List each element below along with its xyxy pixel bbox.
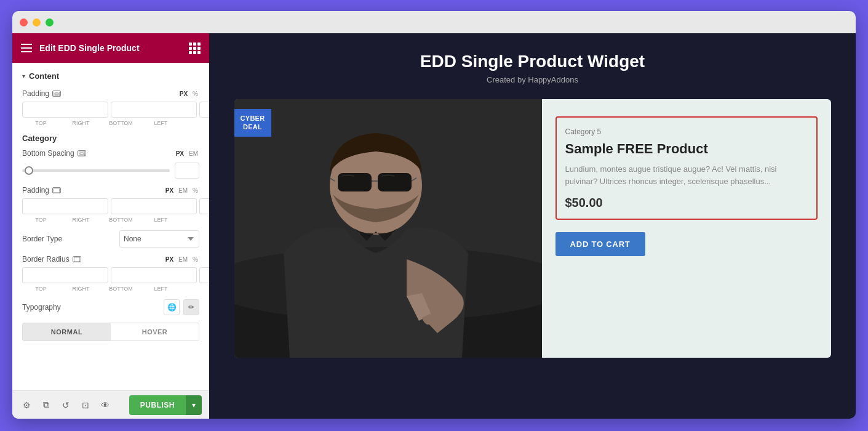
padding-field-row: Padding PX % [22,89,199,98]
tab-hover[interactable]: HOVER [111,323,199,340]
typography-edit-icon[interactable]: ✏ [183,299,199,315]
border-radius-labels: TOP RIGHT BOTTOM LEFT [22,286,199,292]
border-radius-bottom-input[interactable] [199,267,209,283]
bottom-spacing-label: Bottom Spacing [22,149,86,158]
tab-normal[interactable]: NORMAL [23,323,111,340]
padding2-field-row: Padding PX EM % [22,186,199,195]
product-price: $50.00 [565,196,808,210]
typography-row: Typography 🌐 ✏ [22,299,199,315]
border-radius-unit-em[interactable]: EM [177,256,189,264]
padding2-label: Padding [22,186,61,195]
product-image-area: CYBER DEAL [234,99,542,358]
section-collapse-arrow[interactable]: ▾ [22,73,25,79]
product-info: Category 5 Sample FREE Product Lundium, … [542,99,831,358]
border-radius-top-input[interactable] [22,267,108,283]
padding2-unit-em[interactable]: EM [177,187,189,195]
dot-minimize[interactable] [33,18,41,26]
app-window: Edit EDD Single Product ▾ Content [12,11,856,419]
bottom-spacing-slider[interactable] [22,169,170,172]
border-type-select[interactable]: None Solid Dashed Dotted [119,230,199,248]
border-radius-responsive-icon[interactable] [73,256,81,262]
padding2-bottom-input[interactable] [199,198,209,214]
footer-icons: ⚙ ⧉ ↺ ⊡ 👁 [20,398,112,412]
padding-responsive-icon[interactable] [52,91,61,97]
padding-bottom-label: BOTTOM [102,120,140,126]
product-name: Sample FREE Product [565,141,808,157]
product-description: Lundium, montes augue tristique augue? A… [565,163,808,187]
typography-label: Typography [22,303,61,312]
bottom-spacing-unit-em[interactable]: EM [188,150,199,158]
padding-units: PX % [178,90,199,98]
add-to-cart-button[interactable]: ADD TO CART [555,232,645,256]
padding2-top-input[interactable] [22,198,108,214]
bottom-spacing-input[interactable] [175,163,199,179]
product-card: CYBER DEAL Category 5 Sample FREE Produc… [234,99,831,358]
padding2-unit-percent[interactable]: % [191,187,199,195]
bottom-spacing-unit-px[interactable]: PX [175,150,185,158]
border-radius-right-input[interactable] [111,267,197,283]
bottom-spacing-responsive-icon[interactable] [78,150,86,156]
padding-right-input[interactable] [111,102,197,118]
padding-unit-px[interactable]: PX [178,90,189,98]
category-section-label: Category [22,134,199,143]
typography-globe-icon[interactable]: 🌐 [164,299,180,315]
bottom-spacing-units: PX EM [175,150,199,158]
border-radius-left-label: LEFT [142,286,180,292]
border-radius-right-label: RIGHT [62,286,100,292]
dot-maximize[interactable] [46,18,54,26]
padding-unit-percent[interactable]: % [191,90,199,98]
border-radius-units: PX EM % [164,256,199,264]
product-image [234,99,542,358]
border-radius-bottom-label: BOTTOM [102,286,140,292]
padding2-inputs: 🔗 [22,198,199,214]
layers-icon[interactable]: ⧉ [39,398,53,412]
border-radius-unit-px[interactable]: PX [164,256,175,264]
border-radius-label: Border Radius [22,255,81,264]
padding-right-label: RIGHT [62,120,100,126]
slider-row [22,163,199,179]
border-radius-unit-percent[interactable]: % [191,256,199,264]
border-type-row: Border Type None Solid Dashed Dotted [22,230,199,248]
product-info-inner: Category 5 Sample FREE Product Lundium, … [555,116,818,220]
svg-rect-3 [80,153,84,155]
padding2-unit-px[interactable]: PX [164,187,175,195]
svg-rect-4 [54,188,60,193]
undo-icon[interactable]: ↺ [59,398,73,412]
padding2-responsive-icon[interactable] [52,187,61,193]
padding2-right-label: RIGHT [62,217,100,223]
widget-subtitle: Created by HappyAddons [487,75,578,84]
window-body: Edit EDD Single Product ▾ Content [12,33,856,419]
publish-arrow-button[interactable]: ▾ [186,395,202,415]
eye-icon[interactable]: 👁 [98,398,112,412]
widget-title: EDD Single Product Widget [420,52,645,71]
padding2-bottom-label: BOTTOM [102,217,140,223]
sidebar-header-left: Edit EDD Single Product [21,43,140,53]
gear-icon[interactable]: ⚙ [20,398,33,412]
sidebar-header: Edit EDD Single Product [12,33,209,63]
dot-close[interactable] [20,18,28,26]
padding-top-input[interactable] [22,102,108,118]
padding-bottom-input[interactable] [199,102,209,118]
sidebar-title: Edit EDD Single Product [39,43,140,53]
svg-rect-5 [74,257,80,262]
sidebar-footer: ⚙ ⧉ ↺ ⊡ 👁 PUBLISH ▾ [12,390,209,419]
bottom-spacing-row: Bottom Spacing PX EM [22,149,199,158]
padding2-units: PX EM % [164,187,199,195]
padding2-right-input[interactable] [111,198,197,214]
state-tabs: NORMAL HOVER [22,323,199,341]
publish-button[interactable]: PUBLISH [129,395,186,415]
svg-rect-1 [55,93,58,95]
padding-inputs: 🔗 [22,102,199,118]
window-titlebar [12,11,856,33]
cyber-deal-badge: CYBER DEAL [234,109,271,137]
padding-left-label: LEFT [142,120,180,126]
grid-icon[interactable] [189,42,201,54]
hamburger-icon[interactable] [21,44,32,52]
responsive-icon[interactable]: ⊡ [79,398,92,412]
padding-top-label: TOP [22,120,60,126]
slider-thumb[interactable] [25,166,33,175]
padding2-input-labels: TOP RIGHT BOTTOM LEFT [22,217,199,223]
sidebar: Edit EDD Single Product ▾ Content [12,33,209,419]
border-radius-inputs: 🔗 [22,267,199,283]
padding2-left-label: LEFT [142,217,180,223]
